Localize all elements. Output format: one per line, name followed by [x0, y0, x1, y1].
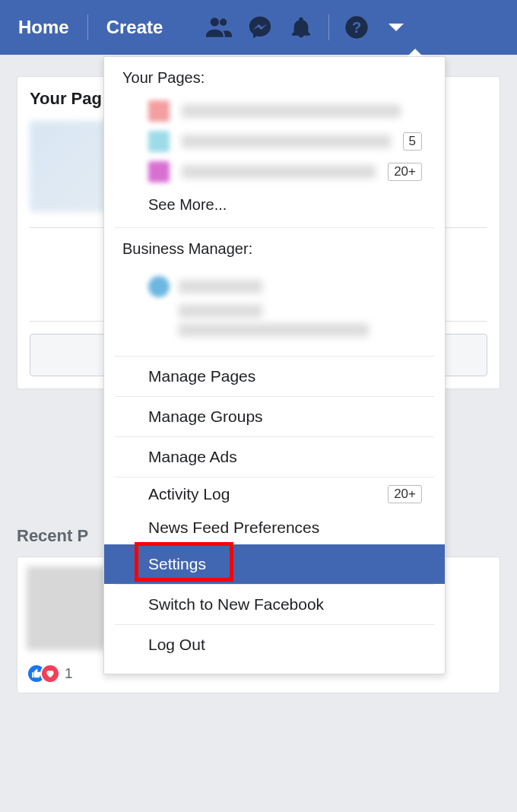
- page-name: [182, 135, 391, 148]
- svg-text:?: ?: [352, 19, 361, 36]
- page-name: [182, 104, 401, 118]
- friends-icon[interactable]: [205, 14, 233, 41]
- menu-label: Activity Log: [148, 485, 230, 503]
- page-name: [182, 165, 376, 179]
- account-menu-caret-icon[interactable]: [389, 24, 404, 31]
- menu-label: Settings: [148, 555, 206, 573]
- business-avatar: [148, 276, 170, 297]
- account-dropdown: Your Pages: 5 20+ See More... Business M…: [103, 56, 446, 674]
- menu-switch-new-facebook[interactable]: Switch to New Facebook: [104, 585, 445, 624]
- page-list-item[interactable]: [104, 96, 445, 126]
- messenger-icon[interactable]: [246, 14, 274, 41]
- menu-news-feed-prefs[interactable]: News Feed Preferences: [104, 511, 445, 544]
- business-subtext: [179, 304, 262, 318]
- page-badge: 5: [403, 132, 422, 151]
- see-more-pages[interactable]: See More...: [104, 187, 445, 227]
- business-manager-item[interactable]: [104, 267, 445, 356]
- page-avatar: [148, 100, 170, 122]
- menu-activity-log[interactable]: Activity Log 20+: [104, 477, 445, 511]
- business-subtext: [179, 323, 369, 337]
- business-manager-label: Business Manager:: [104, 228, 445, 267]
- help-icon[interactable]: ?: [343, 14, 370, 41]
- nav-divider: [328, 14, 329, 40]
- menu-settings[interactable]: Settings: [104, 544, 445, 584]
- notifications-icon[interactable]: [287, 14, 315, 41]
- your-pages-label: Your Pages:: [104, 57, 445, 96]
- page-avatar: [148, 131, 170, 152]
- business-name: [179, 280, 262, 293]
- nav-create[interactable]: Create: [102, 17, 168, 38]
- page-list-item[interactable]: 20+: [104, 157, 445, 187]
- nav-divider: [87, 14, 88, 40]
- post-thumbnail: [27, 566, 110, 650]
- menu-manage-pages[interactable]: Manage Pages: [104, 357, 445, 396]
- menu-manage-groups[interactable]: Manage Groups: [104, 397, 445, 436]
- menu-log-out[interactable]: Log Out: [104, 625, 445, 665]
- activity-log-badge: 20+: [388, 485, 422, 503]
- page-avatar: [148, 161, 170, 182]
- nav-home[interactable]: Home: [14, 17, 74, 38]
- menu-manage-ads[interactable]: Manage Ads: [104, 437, 445, 477]
- love-reaction-icon: [40, 664, 60, 684]
- dropdown-caret-icon: [408, 49, 423, 56]
- top-navbar: Home Create ?: [0, 0, 517, 55]
- reaction-count: 1: [65, 665, 73, 682]
- page-list-item[interactable]: 5: [104, 126, 445, 157]
- page-badge: 20+: [388, 163, 422, 181]
